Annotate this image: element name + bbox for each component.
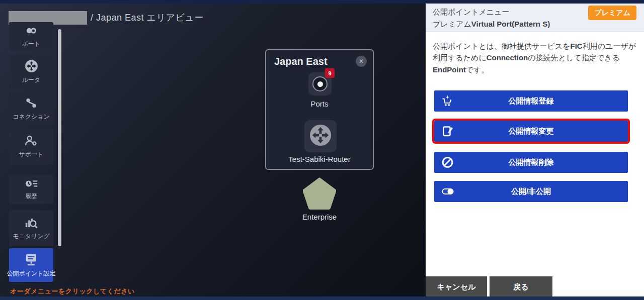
monitoring-icon: [24, 216, 38, 229]
publish-point-description: 公開ポイントとは、御社提供サービスをFIC利用のユーザが利用するためにConne…: [433, 40, 637, 75]
sidebar-item-label: コネクション: [13, 113, 50, 121]
area-view-title: / Japan East エリアビュー: [91, 12, 204, 24]
router-node[interactable]: [304, 120, 337, 152]
panel-header: 公開ポイントメニュー プレミアムVirtual Port(Pattern S) …: [426, 4, 644, 32]
close-icon[interactable]: ✕: [356, 56, 367, 67]
panel-subtitle: プレミアムVirtual Port(Pattern S): [433, 20, 550, 29]
bottom-window-bar: [0, 296, 644, 300]
sidebar-item-label: 履歴: [25, 192, 37, 201]
sidebar-item-support[interactable]: サポート: [9, 129, 53, 164]
router-icon: [25, 59, 38, 73]
premium-badge: プレミアム: [588, 6, 636, 20]
menu-button-label: 公開情報変更: [509, 127, 554, 136]
menu-button-label: 公開情報削除: [509, 158, 554, 167]
cart-download-icon: [441, 95, 453, 107]
menu-button-toggle[interactable]: 公開/非公開: [434, 181, 628, 202]
menu-button-cart-download[interactable]: 公開情報登録: [434, 90, 628, 112]
ports-count-badge: 9: [325, 68, 335, 78]
sidebar-item-label: サポート: [19, 150, 44, 159]
sidebar-item-label: ポート: [22, 40, 41, 48]
pentagon-icon: [303, 203, 336, 211]
sidebar-item-connection[interactable]: コネクション: [9, 93, 53, 125]
history-icon: [25, 179, 38, 189]
sidebar-item-router[interactable]: ルータ: [9, 55, 53, 89]
router-node-label: Test-Sabiki-Router: [266, 155, 373, 163]
menu-button-label: 公開情報登録: [509, 96, 554, 106]
port-node-icon: [312, 76, 328, 91]
card-title: Japan East: [274, 56, 328, 67]
sidebar-item-label: ルータ: [22, 76, 41, 84]
menu-button-edit[interactable]: 公開情報変更: [434, 121, 628, 142]
edit-icon: [441, 125, 453, 137]
back-button[interactable]: 戻る: [490, 276, 552, 297]
sidebar-item-port[interactable]: ポート: [9, 22, 53, 51]
publish-point-menu-panel: 公開ポイントメニュー プレミアムVirtual Port(Pattern S) …: [426, 4, 644, 296]
order-hint-text: オーダメニューをクリックしてください: [10, 287, 135, 296]
sidebar-item-publish-point[interactable]: 公開ポイント設定: [9, 248, 53, 282]
sidebar-item-history[interactable]: 履歴: [9, 175, 53, 204]
sidebar-item-label: 公開ポイント設定: [7, 269, 55, 278]
support-icon: [24, 134, 38, 147]
top-window-bar: [0, 0, 644, 4]
sidebar-item-label: モニタリング: [13, 232, 50, 241]
sidebar-scrollbar[interactable]: [58, 29, 61, 246]
publish-point-icon: [24, 252, 39, 266]
cancel-button[interactable]: キャンセル: [426, 276, 487, 297]
panel-subtitle-prefix: プレミアム: [433, 20, 471, 28]
enterprise-node-label: Enterprise: [269, 213, 370, 221]
prohibit-icon: [441, 156, 454, 169]
port-icon: [24, 25, 38, 37]
menu-button-prohibit[interactable]: 公開情報削除: [434, 152, 628, 173]
japan-east-card: Japan East ✕ 9 Ports Test-Sabiki-Router: [265, 49, 374, 170]
enterprise-node[interactable]: [303, 177, 336, 210]
ports-node-label: Ports: [266, 99, 373, 108]
toggle-icon: [441, 185, 454, 197]
panel-subtitle-product: Virtual Port(Pattern S): [471, 20, 550, 28]
connection-icon: [25, 96, 38, 110]
menu-button-label: 公開/非公開: [511, 187, 551, 196]
router-node-icon: [309, 124, 332, 149]
sidebar-item-monitoring[interactable]: モニタリング: [9, 210, 53, 246]
panel-title: 公開ポイントメニュー: [433, 8, 509, 17]
area-view-canvas: / Japan East エリアビュー ポートルータコネクションサポート履歴モニ…: [0, 4, 426, 296]
